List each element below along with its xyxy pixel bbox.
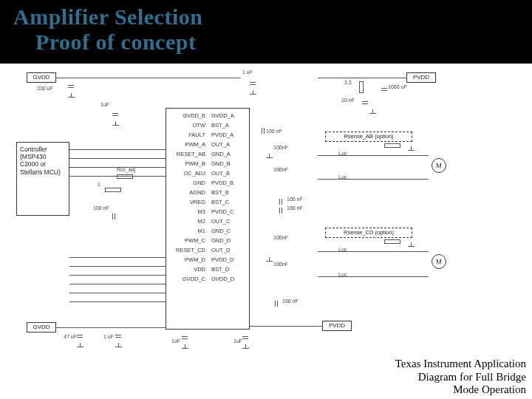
wire [318, 276, 429, 277]
capacitor-icon [277, 199, 284, 205]
pin-label: PWM_C [167, 236, 205, 245]
pin-label: RESET_AB [167, 149, 205, 159]
pin-label: GVDD_D [211, 274, 248, 284]
pin-label: GND [167, 178, 205, 188]
cap-100n-cd1-label: 100nF [273, 235, 288, 240]
cap-1u-bc2-label: 1uF [233, 338, 242, 344]
pin-label: M3 [167, 207, 205, 216]
cap-47u-label: 47 uF [64, 334, 77, 339]
cap-1u-bl-label: 1 uF [103, 334, 114, 339]
cap-100n-bstd-label: 100 nF [282, 299, 299, 304]
ground-icon [250, 90, 257, 98]
resistor-icon [105, 188, 121, 192]
ground-icon [68, 93, 75, 100]
ground-icon [266, 154, 273, 161]
cap-1000u-label: 1000 uF [388, 84, 407, 89]
resistor-icon [359, 81, 364, 93]
capacitor-icon [77, 332, 83, 340]
res-1-label: 1 [98, 182, 100, 187]
cap-100n-vreg-label: 100 nF [93, 205, 109, 211]
capacitor-icon [362, 99, 368, 106]
capacitor-icon [112, 111, 118, 118]
wire [69, 266, 166, 267]
pin-label: OUT_B [211, 168, 248, 178]
page-title-2: Proof of concept [35, 30, 532, 55]
cap-100n-ab3-label: 100nF [273, 167, 288, 172]
pin-label: BST_A [211, 120, 248, 130]
resistor-icon [117, 174, 133, 179]
pin-label: GVDD_C [167, 274, 205, 284]
capacitor-icon [259, 128, 267, 134]
wire [69, 176, 166, 177]
wire [69, 301, 166, 302]
pin-label: FAULT [167, 130, 205, 140]
caption-line-3: Mode Operation [395, 383, 526, 396]
pin-label: BST_B [211, 188, 248, 197]
wire [69, 293, 166, 293]
pin-label: OC_ADJ [167, 168, 205, 178]
ground-icon [266, 257, 273, 265]
pin-label: BST_D [211, 265, 248, 274]
capacitor-icon [115, 332, 121, 340]
rsense-ab-box: Rsense_AB (option) [325, 132, 412, 142]
capacitor-icon [273, 301, 280, 307]
pin-label: GND_D [211, 236, 248, 245]
rail-pvdd-top: PVDD [406, 72, 436, 83]
pin-label: M2 [167, 216, 205, 226]
capacitor-icon [182, 334, 188, 341]
cap-1u-ctrl-label: 1uF [100, 102, 109, 107]
resistor-icon [384, 239, 400, 244]
cap-330u-label: 330 uF [37, 86, 53, 91]
cap-1u-top-label: 1 uF [242, 69, 253, 75]
capacitor-icon [68, 83, 74, 90]
capacitor-icon [250, 80, 256, 87]
cap-100n-ab2-label: 100nF [273, 145, 288, 150]
pin-label: VREG [167, 197, 205, 207]
pin-label: M1 [167, 226, 205, 236]
motor-cd: M [432, 254, 446, 269]
cap-100n-bstb-label: 100 nF [287, 197, 303, 202]
rail-gvdd-top-left: GVDD [27, 72, 56, 83]
wire [318, 155, 429, 156]
wire [318, 251, 429, 252]
wire [56, 327, 166, 328]
ground-icon [369, 109, 377, 117]
pin-label: GND_A [211, 149, 248, 159]
pin-label: PVDD_C [211, 207, 248, 216]
caption-line-1: Texas Instrument Application [395, 358, 526, 370]
wire [69, 284, 166, 284]
wire [69, 275, 166, 276]
wire [250, 326, 322, 327]
pin-label: BST_C [211, 197, 248, 207]
cap-10n-label: 10 nF [341, 98, 355, 103]
pin-label: GVDD_A [211, 111, 248, 120]
capacitor-icon [277, 208, 284, 214]
schematic-diagram: GVDD 330 uF 1 uF PVDD 3.3 1000 uF 10 nF … [0, 64, 532, 399]
rcc-adj-label: Rcc_adj [117, 167, 135, 172]
wire [318, 179, 429, 180]
pin-label: PVDD_A [211, 130, 248, 140]
pin-label: VDD [167, 265, 205, 274]
cap-1u-bc1-label: 1uF [171, 338, 180, 344]
pin-label: OUT_D [211, 245, 248, 255]
title-bar: Amplifier Selection Proof of concept [0, 0, 532, 64]
chip-pins-left: GVDD_B OTW FAULT PWM_A RESET_AB PWM_B OC… [167, 111, 205, 284]
pin-label: PVDD_B [211, 178, 248, 188]
wire [69, 149, 166, 150]
pin-label: GVDD_B [167, 111, 205, 120]
ground-icon [115, 343, 123, 350]
ground-icon [182, 344, 189, 352]
cap-100n-bstc-label: 100 nF [287, 205, 303, 211]
ground-icon [408, 242, 415, 250]
ground-icon [112, 121, 120, 129]
rail-pvdd-bottom: PVDD [322, 321, 352, 331]
rail-gvdd-bottom: GVDD [27, 322, 56, 332]
page-title-1: Amplifier Selection [13, 4, 532, 30]
ground-icon [77, 343, 84, 350]
pin-label: PWM_A [167, 140, 205, 149]
resistor-icon [384, 143, 400, 148]
pin-label: PWM_B [167, 159, 205, 168]
wire [69, 257, 166, 258]
cap-100n-cd2-label: 100nF [273, 262, 288, 267]
motor-ab: M [432, 158, 446, 173]
